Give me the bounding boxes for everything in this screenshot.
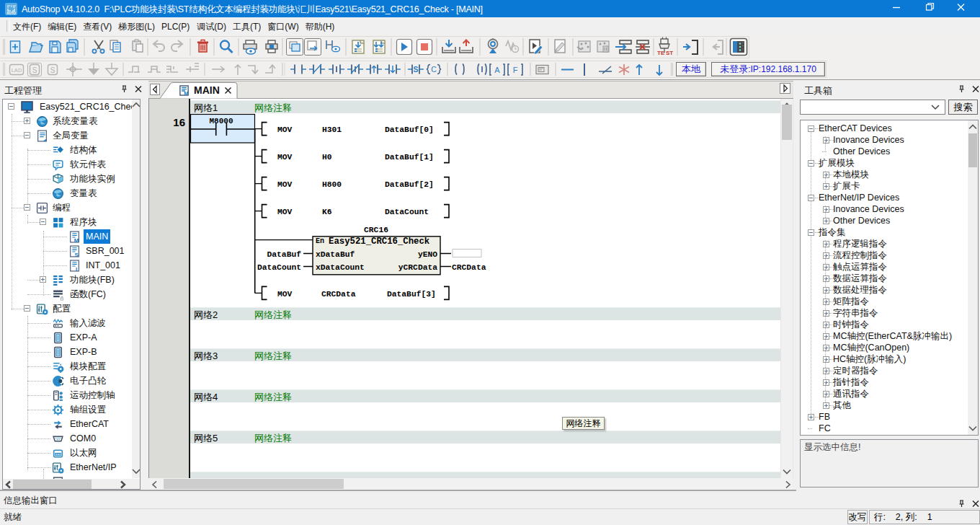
svg-text:DataBuf[1]: DataBuf[1] [385, 153, 434, 162]
svg-text:CRC16: CRC16 [364, 226, 388, 234]
svg-text:MOV: MOV [277, 180, 293, 189]
svg-text:xDataCount: xDataCount [316, 263, 365, 272]
svg-text:yCRCData: yCRCData [398, 263, 437, 272]
svg-text:S: S [413, 65, 418, 74]
svg-text:DataBuf[0]: DataBuf[0] [385, 125, 434, 134]
svg-text:CRCData: CRCData [452, 263, 486, 272]
svg-text:I: I [76, 266, 77, 272]
svg-text:M8000: M8000 [209, 117, 233, 125]
svg-text:S: S [50, 66, 55, 74]
svg-text:S: S [32, 66, 37, 74]
svg-text:DataCount: DataCount [385, 208, 429, 216]
svg-text:MOV: MOV [277, 290, 293, 299]
svg-text:H800: H800 [322, 180, 342, 189]
svg-text:MOV: MOV [277, 153, 293, 162]
svg-text:F: F [513, 66, 518, 74]
svg-text:DataBuf[2]: DataBuf[2] [385, 180, 434, 189]
svg-text:xDataBuf: xDataBuf [316, 250, 355, 259]
svg-text:LAD: LAD [12, 67, 22, 74]
svg-text:CRCData: CRCData [321, 290, 356, 299]
svg-text:H301: H301 [322, 125, 342, 134]
svg-text:M: M [184, 90, 188, 96]
svg-text:S: S [75, 252, 79, 257]
svg-text:DataBuf: DataBuf [267, 250, 302, 259]
svg-text:AUTO: AUTO [6, 12, 16, 15]
svg-text:yENO: yENO [418, 250, 437, 259]
svg-text:TE: TE [657, 50, 665, 56]
svg-text:DataCount: DataCount [257, 263, 301, 272]
svg-text:ST: ST [666, 50, 673, 56]
svg-text:A: A [494, 66, 500, 74]
svg-text:En: En [316, 237, 324, 245]
svg-text:H0: H0 [322, 153, 332, 162]
svg-text:M: M [74, 237, 79, 243]
svg-text:DataBuf[3]: DataBuf[3] [387, 290, 436, 299]
svg-text:C: C [431, 65, 437, 74]
svg-text:K6: K6 [322, 208, 332, 216]
svg-text:MOV: MOV [277, 125, 293, 134]
svg-text:Easy521_CRC16_Check: Easy521_CRC16_Check [329, 237, 430, 247]
svg-text:MOV: MOV [277, 208, 293, 216]
svg-text:(): () [61, 296, 63, 301]
